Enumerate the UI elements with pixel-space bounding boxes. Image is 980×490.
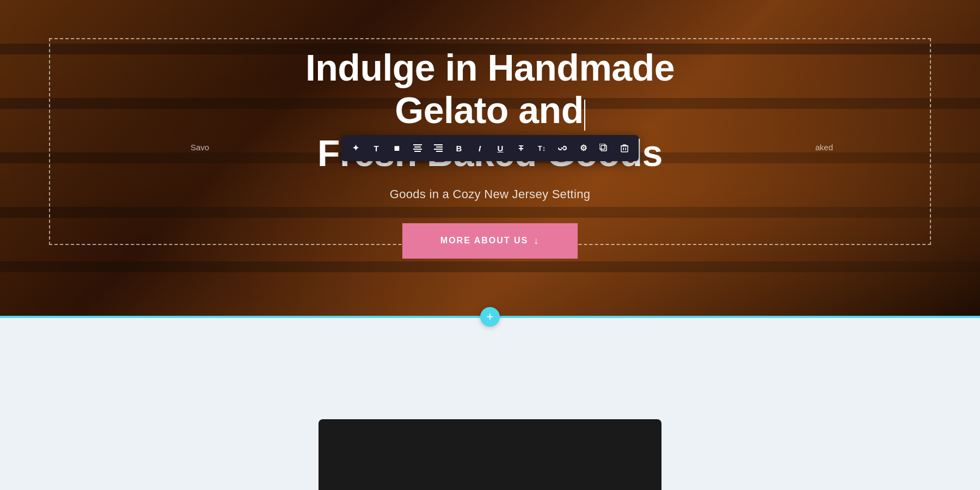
toolbar-duplicate-btn[interactable] — [594, 138, 614, 158]
toolbar-text-btn[interactable]: T — [366, 138, 386, 158]
svg-rect-1 — [414, 146, 421, 148]
text-cursor — [584, 100, 585, 131]
below-section — [0, 318, 980, 490]
toolbar-link-btn[interactable] — [553, 138, 572, 158]
toolbar-text-size-btn[interactable]: T↕ — [532, 138, 552, 158]
svg-rect-2 — [413, 149, 422, 150]
toolbar-delete-btn[interactable] — [615, 138, 634, 158]
svg-rect-3 — [414, 151, 421, 152]
text-hint-left: Savo — [191, 143, 209, 152]
more-about-us-button[interactable]: MORE ABOUT US ↓ — [402, 223, 578, 259]
svg-rect-0 — [413, 144, 422, 145]
svg-rect-10 — [621, 146, 628, 152]
toolbar-italic-btn[interactable]: I — [470, 138, 489, 158]
toolbar-move-btn[interactable]: ✦ — [346, 138, 365, 158]
text-editing-toolbar: ✦ T ■ B I U T T↕ ⚙ — [341, 135, 639, 161]
toolbar-align-center-btn[interactable] — [408, 138, 427, 158]
toolbar-underline-btn[interactable]: U — [491, 138, 510, 158]
svg-rect-9 — [599, 144, 605, 149]
hero-subtitle: Goods in a Cozy New Jersey Setting — [245, 187, 735, 201]
svg-rect-7 — [436, 151, 443, 152]
svg-rect-5 — [436, 146, 443, 148]
hero-title-line1: Indulge in Handmade Gelato and — [305, 47, 675, 131]
svg-rect-4 — [434, 144, 443, 145]
hero-section: Savo aked ✦ T ■ B I U T T↕ ⚙ Indul — [0, 0, 980, 316]
dark-card — [318, 419, 661, 490]
add-section-button[interactable]: + — [480, 307, 500, 327]
toolbar-settings-btn[interactable]: ⚙ — [573, 138, 593, 158]
toolbar-align-right-btn[interactable] — [428, 138, 448, 158]
svg-rect-8 — [601, 145, 607, 151]
cta-label: MORE ABOUT US — [440, 236, 528, 246]
toolbar-bold-btn[interactable]: B — [449, 138, 469, 158]
toolbar-color-btn[interactable]: ■ — [387, 138, 407, 158]
svg-rect-6 — [434, 149, 443, 150]
text-hint-right: aked — [815, 143, 833, 152]
cta-arrow-icon: ↓ — [534, 235, 540, 247]
toolbar-strikethrough-btn[interactable]: T — [511, 138, 531, 158]
